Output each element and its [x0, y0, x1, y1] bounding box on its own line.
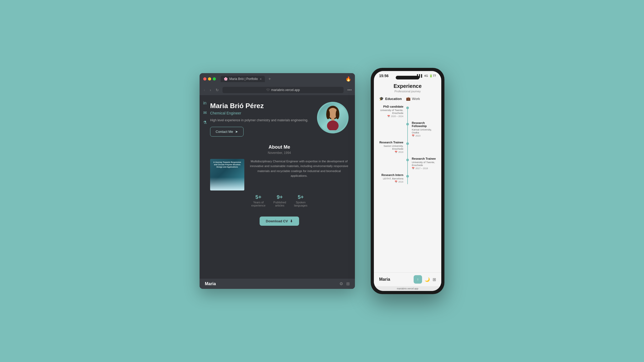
tl-place-saxion: Saxion University,Enschede	[379, 144, 403, 150]
timeline-content-saxion: Research Trainee Saxion University,Ensch…	[379, 141, 403, 153]
svg-point-4	[327, 120, 339, 130]
timeline-dot-trainee-ut	[406, 159, 409, 161]
tl-role-phd: PhD candidate	[379, 105, 403, 108]
book-title: A Journey Towards Responsive and Circula…	[212, 161, 242, 168]
email-icon[interactable]: ✉	[203, 110, 207, 115]
timeline-content-phd: PhD candidate University of Twente,Ensch…	[379, 105, 403, 118]
new-tab-button[interactable]: +	[269, 77, 271, 81]
timeline-dot-fellowship	[406, 123, 409, 125]
svg-rect-5	[331, 117, 334, 120]
download-icon: ⬇	[290, 219, 293, 223]
hero-description: High level experience in polymer chemist…	[210, 118, 312, 123]
experience-timeline: PhD candidate University of Twente,Ensch…	[379, 105, 436, 187]
calendar-icon-4: 📅	[412, 167, 415, 170]
flask-icon[interactable]: ⚗	[203, 120, 207, 125]
tl-date-trainee-ut: 📅 2017 – 2018	[412, 167, 436, 170]
address-bar[interactable]: 🛡 mariabrio.vercel.app	[222, 87, 344, 93]
stat-languages: 5+ Spokenlanguages	[294, 194, 308, 207]
dark-mode-icon[interactable]: 🌙	[425, 277, 430, 282]
phone-bottom-bar: Maria ↑ 🌙 ⊞	[374, 272, 441, 286]
timeline-dot-saxion	[406, 142, 409, 145]
education-icon: 🎓	[379, 97, 384, 101]
timeline-content-intern: Research Intern LEITAT, Barcelona 📅 2016	[379, 173, 403, 183]
calendar-icon-5: 📅	[395, 180, 398, 183]
about-subtitle: November, 1994	[210, 151, 349, 155]
grid-icon[interactable]: ⊞	[346, 281, 350, 286]
network-type: 4G	[424, 74, 428, 77]
hero-section: Maria Brió Pérez Chemical Engineer High …	[210, 102, 349, 137]
avatar	[317, 102, 349, 133]
timeline-dot-intern	[406, 175, 409, 178]
stats-row: 5+ Years ofexperience 9+ Publishedarticl…	[210, 194, 349, 207]
stat-articles-label: Publishedarticles	[273, 201, 286, 207]
phone-content: Experience Professional journey 🎓 Educat…	[374, 79, 441, 272]
main-content: Maria Brió Pérez Chemical Engineer High …	[210, 95, 355, 238]
download-cv-label: Download CV	[266, 219, 288, 223]
calendar-icon-2: 📅	[412, 134, 415, 137]
calendar-icon: 📅	[387, 115, 390, 118]
browser-more-button[interactable]: •••	[347, 88, 352, 92]
download-wrapper: Download CV ⬇	[210, 211, 349, 226]
hero-name: Maria Brió Pérez	[210, 102, 312, 110]
tab-title: Maria Brió | Portfolio	[229, 77, 258, 81]
maximize-button[interactable]	[213, 77, 216, 81]
minimize-button[interactable]	[208, 77, 211, 81]
tab-work[interactable]: 💼 Work	[406, 97, 420, 101]
svg-point-2	[326, 110, 330, 119]
stat-experience-number: 5+	[251, 194, 266, 200]
contact-button-label: Contact Me	[216, 130, 233, 134]
tl-date-saxion: 📅 2019	[379, 151, 403, 153]
reload-button[interactable]: ↻	[215, 87, 220, 93]
close-button[interactable]	[203, 77, 206, 81]
tab-favicon: 🌸	[224, 77, 228, 81]
tl-place-intern: LEITAT, Barcelona	[379, 177, 403, 180]
browser-tab[interactable]: 🌸 Maria Brió | Portfolio ✕	[221, 76, 265, 82]
scroll-up-button[interactable]: ↑	[414, 275, 422, 284]
svg-point-3	[336, 110, 339, 119]
calendar-icon-3: 📅	[395, 151, 398, 153]
contact-button[interactable]: Contact Me ➤	[210, 127, 244, 137]
phone-time: 15:56	[379, 74, 389, 78]
tl-date-fellowship: 📅 2023	[412, 134, 436, 137]
tab-work-label: Work	[412, 97, 420, 101]
timeline-item-saxion: Research Trainee Saxion University,Ensch…	[379, 141, 436, 153]
avatar-image	[318, 103, 347, 132]
phone-experience-title: Experience	[379, 83, 436, 89]
tab-close-button[interactable]: ✕	[260, 78, 262, 81]
tl-role-fellowship: Research Fellowship	[412, 121, 436, 128]
browser-navbar: ‹ › ↻ 🛡 mariabrio.vercel.app •••	[200, 85, 355, 95]
timeline-item-fellowship: Research Fellowship Kansai University, O…	[379, 121, 436, 137]
phone-bottom-icons: ↑ 🌙 ⊞	[414, 275, 436, 284]
hero-text: Maria Brió Pérez Chemical Engineer High …	[210, 102, 312, 137]
back-button[interactable]: ‹	[203, 87, 206, 93]
linkedin-icon[interactable]: in	[203, 101, 206, 105]
work-icon: 💼	[406, 97, 410, 101]
timeline-content-fellowship: Research Fellowship Kansai University, O…	[412, 121, 436, 137]
dynamic-island	[396, 76, 419, 79]
send-icon: ➤	[235, 130, 238, 134]
phone-status-bar: 15:56 ▌▌▌ 4G 🔋77	[374, 71, 441, 79]
footer-icons: ⚙ ⊞	[339, 281, 350, 286]
hero-title: Chemical Engineer	[210, 111, 312, 115]
stat-experience: 5+ Years ofexperience	[251, 194, 266, 207]
phone-url-text: mariabrio.vercel.app	[397, 287, 418, 290]
shield-icon: 🛡	[266, 88, 270, 92]
timeline-item-intern: Research Intern LEITAT, Barcelona 📅 2016	[379, 173, 436, 183]
timeline-item-phd: PhD candidate University of Twente,Ensch…	[379, 105, 436, 118]
phone-grid-icon[interactable]: ⊞	[433, 277, 436, 282]
about-text: Multidisciplinary Chemical Engineer with…	[250, 159, 349, 178]
forward-button[interactable]: ›	[209, 87, 212, 93]
settings-icon[interactable]: ⚙	[339, 281, 343, 286]
timeline-content-trainee-ut: Research Trainee University of Twente,En…	[412, 157, 436, 170]
timeline-dot-phd	[406, 107, 409, 109]
browser-footer: Maria ⚙ ⊞	[200, 278, 355, 289]
phone-screen: 15:56 ▌▌▌ 4G 🔋77 Experience Professional…	[374, 71, 441, 291]
url-text: mariabrio.vercel.app	[271, 88, 300, 92]
tab-education[interactable]: 🎓 Education	[379, 97, 402, 101]
browser-window: 🌸 Maria Brió | Portfolio ✕ + 🔥 ‹ › ↻ 🛡 m…	[200, 73, 355, 289]
footer-brand: Maria	[205, 281, 216, 286]
phone-url-bar: mariabrio.vercel.app	[374, 286, 441, 291]
stat-articles: 9+ Publishedarticles	[273, 194, 286, 207]
download-cv-button[interactable]: Download CV ⬇	[260, 217, 299, 226]
flame-icon: 🔥	[345, 76, 351, 82]
